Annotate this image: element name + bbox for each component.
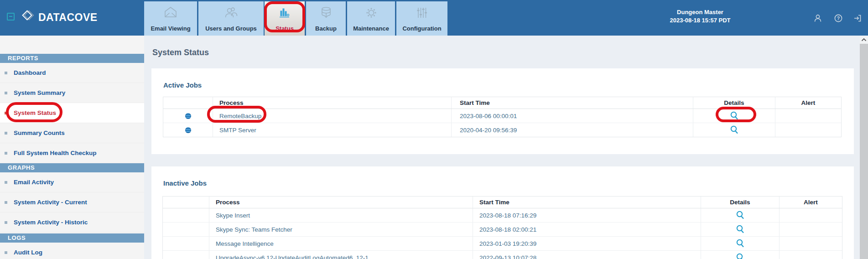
sidebar-item-label: Full System Health Checkup <box>14 143 97 163</box>
sidebar-section-logs: LOGS <box>0 233 144 243</box>
status-cell <box>163 223 209 236</box>
scrollbar-up-arrow-icon[interactable] <box>860 36 868 44</box>
table-header-row: ProcessStart TimeDetailsAlert <box>163 197 842 208</box>
start-time-cell: 2023-08-18 07:16:29 <box>473 208 701 222</box>
sidebar-item-label: System Activity - Current <box>14 192 87 212</box>
active-jobs-card: Active Jobs ProcessStart TimeDetailsAler… <box>151 68 854 154</box>
sidebar-item-summary-counts[interactable]: Summary Counts <box>0 123 144 143</box>
sidebar-nav: REPORTSDashboardSystem SummarySystem Sta… <box>0 36 144 259</box>
active-jobs-heading: Active Jobs <box>163 81 202 89</box>
gear-icon <box>347 5 395 21</box>
sliders-icon <box>396 5 447 21</box>
alert-cell <box>779 208 842 222</box>
help-icon[interactable]: ? <box>834 14 843 25</box>
start-time-cell: 2023-01-03 19:20:39 <box>473 237 701 250</box>
sidebar-item-system-activity-current[interactable]: System Activity - Current <box>0 192 144 212</box>
sidebar-item-audit-log[interactable]: Audit Log <box>0 243 144 259</box>
bar-chart-icon <box>265 5 305 21</box>
sidebar-item-label: Email Activity <box>14 172 54 192</box>
sidebar-item-label: System Status <box>14 103 56 123</box>
process-cell: UpgradeAsync-v6.12-UpdateAuditLogAutomat… <box>209 251 473 259</box>
sidebar-item-label: System Summary <box>14 83 65 103</box>
table-row: UpgradeAsync-v6.12-UpdateAuditLogAutomat… <box>163 251 842 259</box>
bullet-icon <box>5 201 7 204</box>
sidebar-item-system-status[interactable]: System Status <box>0 103 144 123</box>
bullet-icon <box>5 251 7 254</box>
tab-label: Backup <box>306 25 346 32</box>
tab-label: Users and Groups <box>198 25 264 32</box>
running-job-icon <box>185 127 191 133</box>
session-datetime: 2023-08-18 15:57 PDT <box>655 16 746 25</box>
details-magnifier-icon[interactable] <box>701 251 779 259</box>
table-row: SMTP Server2020-04-20 09:56:39 <box>163 123 841 137</box>
column-header <box>163 197 209 208</box>
sidebar-item-full-system-health-checkup[interactable]: Full System Health Checkup <box>0 143 144 163</box>
tab-label: Configuration <box>396 25 447 32</box>
collapse-menu-icon[interactable] <box>7 13 15 21</box>
tab-status[interactable]: Status <box>265 1 305 36</box>
inactive-jobs-card: Inactive Jobs ProcessStart TimeDetailsAl… <box>151 166 854 259</box>
details-magnifier-icon[interactable] <box>701 208 779 222</box>
tab-email-viewing[interactable]: Email Viewing <box>144 1 197 36</box>
backup-icon <box>306 5 346 21</box>
column-header: Details <box>701 197 779 208</box>
status-cell <box>163 123 213 137</box>
column-header: Start Time <box>473 197 701 208</box>
tab-backup[interactable]: Backup <box>306 1 346 36</box>
process-cell: Message Intelligence <box>209 237 473 250</box>
table-row: Message Intelligence2023-01-03 19:20:39 <box>163 237 842 251</box>
brand-logo: DATACOVE <box>20 9 98 26</box>
logout-icon[interactable] <box>853 14 862 25</box>
process-cell: Skype Insert <box>209 208 473 222</box>
column-header <box>163 97 213 109</box>
scrollbar-thumb[interactable] <box>860 44 868 259</box>
details-magnifier-icon[interactable] <box>693 109 775 123</box>
tab-users-and-groups[interactable]: Users and Groups <box>198 1 264 36</box>
column-header: Alert <box>779 197 842 208</box>
vertical-scrollbar[interactable] <box>860 36 868 259</box>
datacove-diamond-icon <box>20 9 35 26</box>
start-time-cell: 2022-09-13 10:07:28 <box>473 251 701 259</box>
tab-configuration[interactable]: Configuration <box>396 1 447 36</box>
sidebar-item-label: Audit Log <box>14 243 42 259</box>
inactive-jobs-heading: Inactive Jobs <box>163 179 207 187</box>
column-header: Process <box>213 97 451 109</box>
status-cell <box>163 251 209 259</box>
alert-cell <box>779 223 842 236</box>
users-icon <box>198 5 264 21</box>
tab-label: Email Viewing <box>144 25 197 32</box>
process-cell: RemoteBackup <box>213 109 451 123</box>
sidebar-item-label: System Activity - Historic <box>14 212 88 232</box>
tab-label: Maintenance <box>347 25 395 32</box>
details-magnifier-icon[interactable] <box>701 223 779 236</box>
sidebar-item-dashboard[interactable]: Dashboard <box>0 63 144 83</box>
details-magnifier-icon[interactable] <box>701 237 779 250</box>
svg-text:?: ? <box>837 16 840 21</box>
user-account-icon[interactable] <box>813 14 822 25</box>
tab-maintenance[interactable]: Maintenance <box>347 1 395 36</box>
alert-cell <box>779 237 842 250</box>
bullet-icon <box>5 132 7 135</box>
details-magnifier-icon[interactable] <box>693 123 775 137</box>
alert-cell <box>779 251 842 259</box>
sidebar-item-system-summary[interactable]: System Summary <box>0 83 144 103</box>
status-cell <box>163 109 213 123</box>
envelope-icon <box>144 5 197 21</box>
table-row: Skype Sync: Teams Fetcher2023-08-18 02:0… <box>163 223 842 237</box>
table-header-row: ProcessStart TimeDetailsAlert <box>163 97 841 109</box>
bullet-icon <box>5 181 7 184</box>
sidebar-item-system-activity-historic[interactable]: System Activity - Historic <box>0 212 144 233</box>
brand-name: DATACOVE <box>38 10 98 24</box>
column-header: Start Time <box>451 97 693 109</box>
bullet-icon <box>5 72 7 74</box>
running-job-icon <box>185 113 191 119</box>
status-cell <box>163 208 209 222</box>
user-info: Dungeon Master 2023-08-18 15:57 PDT <box>655 8 746 25</box>
sidebar-section-reports: REPORTS <box>0 54 144 63</box>
column-header: Alert <box>775 97 841 109</box>
start-time-cell: 2020-04-20 09:56:39 <box>451 123 693 137</box>
status-cell <box>163 237 209 250</box>
sidebar-item-label: Summary Counts <box>14 123 65 143</box>
start-time-cell: 2023-08-18 02:00:21 <box>473 223 701 236</box>
sidebar-item-email-activity[interactable]: Email Activity <box>0 172 144 192</box>
